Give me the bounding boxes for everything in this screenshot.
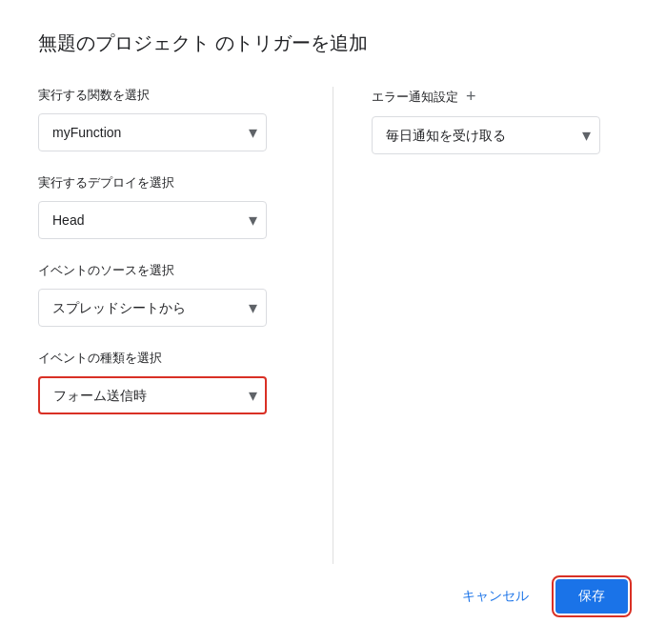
right-column: エラー通知設定 + 毎日通知を受け取る ▾ — [333, 87, 628, 564]
dialog-title: 無題のプロジェクト のトリガーを追加 — [38, 30, 628, 56]
event-type-select-wrapper: フォーム送信時 ▾ — [38, 376, 267, 414]
function-select-wrapper: myFunction ▾ — [38, 113, 267, 151]
event-source-select[interactable]: スプレッドシートから — [38, 289, 267, 327]
cancel-button[interactable]: キャンセル — [451, 580, 540, 613]
function-label: 実行する関数を選択 — [38, 87, 294, 104]
add-icon[interactable]: + — [466, 87, 476, 107]
event-source-field-group: イベントのソースを選択 スプレッドシートから ▾ — [38, 262, 294, 327]
dialog-footer: キャンセル 保存 — [38, 564, 628, 614]
deploy-select-wrapper: Head ▾ — [38, 201, 267, 239]
event-type-select[interactable]: フォーム送信時 — [38, 376, 267, 414]
event-source-select-wrapper: スプレッドシートから ▾ — [38, 289, 267, 327]
event-type-label: イベントの種類を選択 — [38, 350, 294, 367]
notification-select-wrapper: 毎日通知を受け取る ▾ — [372, 116, 600, 154]
event-source-label: イベントのソースを選択 — [38, 262, 294, 279]
function-field-group: 実行する関数を選択 myFunction ▾ — [38, 87, 294, 151]
error-notification-label: エラー通知設定 — [372, 89, 458, 106]
function-select[interactable]: myFunction — [38, 113, 267, 151]
deploy-select[interactable]: Head — [38, 201, 267, 239]
dialog-body: 実行する関数を選択 myFunction ▾ 実行するデプロイを選択 Head … — [38, 87, 628, 564]
left-column: 実行する関数を選択 myFunction ▾ 実行するデプロイを選択 Head … — [38, 87, 333, 564]
save-button[interactable]: 保存 — [555, 579, 628, 614]
event-type-field-group: イベントの種類を選択 フォーム送信時 ▾ — [38, 350, 294, 414]
notification-select[interactable]: 毎日通知を受け取る — [372, 116, 600, 154]
deploy-label: 実行するデプロイを選択 — [38, 174, 294, 191]
error-notification-header: エラー通知設定 + — [372, 87, 628, 107]
dialog-container: 無題のプロジェクト のトリガーを追加 実行する関数を選択 myFunction … — [0, 0, 666, 644]
deploy-field-group: 実行するデプロイを選択 Head ▾ — [38, 174, 294, 239]
